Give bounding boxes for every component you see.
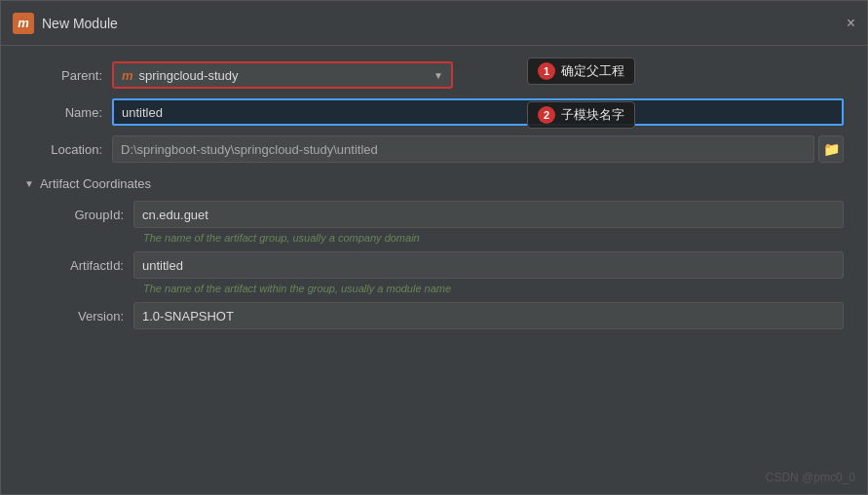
groupid-row: GroupId: <box>36 201 844 228</box>
parent-value: springcloud-study <box>139 68 434 83</box>
parent-maven-icon: m <box>122 68 133 83</box>
dialog-title: New Module <box>42 16 118 31</box>
artifact-section-header: ▼ Artifact Coordinates <box>24 176 844 191</box>
folder-icon: 📁 <box>823 141 840 157</box>
annotation-1: 1 确定父工程 <box>527 57 635 85</box>
dialog-title-bar: m New Module × <box>1 1 867 46</box>
version-input[interactable] <box>133 302 844 329</box>
annotation-num-1: 1 <box>538 62 555 80</box>
dialog-close-button[interactable]: × <box>847 16 855 31</box>
location-field: D:\springboot-study\springcloud-study\un… <box>112 135 814 163</box>
parent-row: Parent: m springcloud-study ▼ <box>24 61 844 89</box>
section-title: Artifact Coordinates <box>40 176 151 191</box>
artifactid-label: ArtifactId: <box>36 258 133 273</box>
name-row: Name: <box>24 98 844 126</box>
annotation-2: 2 子模块名字 <box>527 101 635 129</box>
version-label: Version: <box>36 309 133 324</box>
location-row: Location: D:\springboot-study\springclou… <box>24 135 844 163</box>
groupid-label: GroupId: <box>36 208 133 222</box>
annotation-num-2: 2 <box>538 106 555 124</box>
artifactid-row: ArtifactId: <box>36 251 844 279</box>
location-label: Location: <box>24 142 112 157</box>
name-input-wrapper <box>112 98 844 126</box>
artifactid-input[interactable] <box>133 251 844 279</box>
name-label: Name: <box>24 105 112 120</box>
dropdown-arrow-icon: ▼ <box>434 70 443 81</box>
new-module-dialog: m New Module × Parent: m springcloud-stu… <box>0 0 868 495</box>
dialog-icon: m <box>13 13 34 34</box>
parent-dropdown[interactable]: m springcloud-study ▼ <box>112 61 453 89</box>
name-input[interactable] <box>122 105 834 120</box>
version-row: Version: <box>36 302 844 329</box>
parent-label: Parent: <box>24 68 112 83</box>
groupid-input[interactable] <box>133 201 844 228</box>
artifact-body: GroupId: The name of the artifact group,… <box>24 201 844 329</box>
groupid-hint: The name of the artifact group, usually … <box>143 232 844 244</box>
section-collapse-icon[interactable]: ▼ <box>24 178 34 189</box>
annotation-text-1: 确定父工程 <box>561 62 624 80</box>
artifactid-hint: The name of the artifact within the grou… <box>143 283 844 294</box>
dialog-body: Parent: m springcloud-study ▼ Name: Loca… <box>1 46 867 349</box>
location-value: D:\springboot-study\springcloud-study\un… <box>121 142 378 157</box>
annotation-text-2: 子模块名字 <box>561 106 624 124</box>
location-browse-button[interactable]: 📁 <box>818 135 844 163</box>
watermark: CSDN @pmc0_0 <box>766 471 855 484</box>
